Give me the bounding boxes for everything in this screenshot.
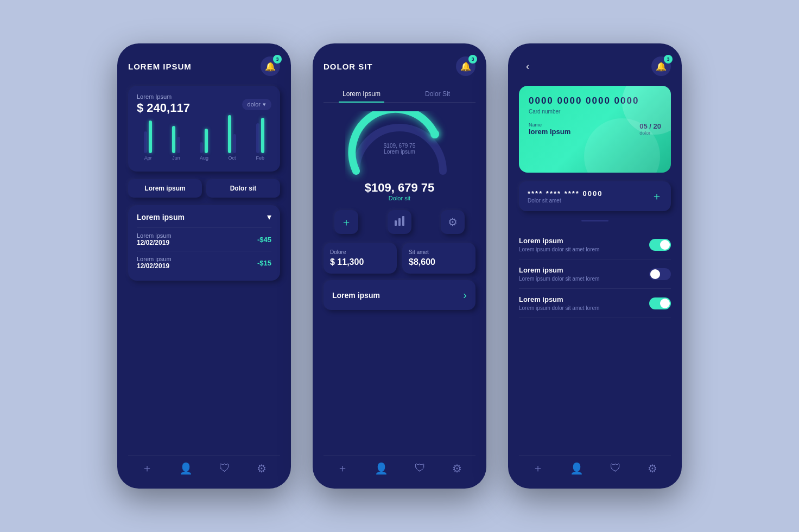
svg-point-0 <box>430 130 439 138</box>
phone1-bell-button[interactable]: 🔔 3 <box>261 56 280 76</box>
stats-row: Dolore $ 11,300 Sit amet $8,600 <box>324 243 475 274</box>
chart-gauge-button[interactable] <box>388 210 411 234</box>
phone1-header: LOREM IPSUM 🔔 3 <box>128 56 280 76</box>
chart-label-jun: Jun <box>172 155 180 161</box>
accordion-header[interactable]: Lorem ipsum ▾ <box>137 212 271 222</box>
bar <box>233 134 236 153</box>
tx-date-2: 12/02/2019 <box>137 262 172 270</box>
shield-nav-icon[interactable]: 🛡 <box>415 462 426 474</box>
setting-row-3: Lorem ipsum Lorem ipsum dolor sit amet l… <box>519 295 671 311</box>
back-button[interactable]: ‹ <box>519 58 536 75</box>
bar <box>205 129 208 153</box>
shield-nav-icon[interactable]: 🛡 <box>610 462 621 474</box>
stat1-label: Dolore <box>330 249 390 255</box>
svg-rect-1 <box>395 220 397 226</box>
phone2-title: DOLOR SIT <box>324 62 373 71</box>
phone-3: ‹ 🔔 3 0000 0000 0000 0000 Card number Na… <box>508 43 682 489</box>
gauge-inner-amount: $109, 679 75 <box>384 143 415 149</box>
tx-row-2: Lorem ipsum 12/02/2019 -$15 <box>137 256 271 270</box>
chevron-down-icon: ▾ <box>267 212 271 222</box>
chart-label-aug: Aug <box>200 155 208 161</box>
setting-desc-1: Lorem ipsum dolor sit amet lorem <box>519 246 599 252</box>
user-nav-icon[interactable]: 👤 <box>179 462 193 475</box>
masked-sublabel: Dolor sit amet <box>528 198 603 204</box>
gauge-bottom-text: $109, 679 75 Dolor sit <box>365 181 434 201</box>
chevron-down-icon: ▾ <box>263 101 266 108</box>
svg-rect-2 <box>398 218 401 226</box>
phone3-badge: 3 <box>664 55 673 64</box>
transaction-item-2: Lorem ipsum 12/02/2019 -$15 <box>137 251 271 274</box>
plus-nav-icon[interactable]: ＋ <box>532 461 543 476</box>
card-name-value: lorem ipsum <box>529 128 570 136</box>
card-name-label: Name <box>529 122 570 128</box>
toggle-3[interactable] <box>649 297 671 309</box>
add-gauge-button[interactable]: ＋ <box>334 210 358 234</box>
chart-label-apr: Apr <box>144 155 152 161</box>
chart-icon <box>394 215 405 230</box>
bell-icon: 🔔 <box>656 61 667 72</box>
user-nav-icon[interactable]: 👤 <box>375 462 388 475</box>
add-card-info: **** **** **** 0000 Dolor sit amet <box>528 189 603 204</box>
balance-row: Lorem Ipsum $ 240,117 dolor ▾ <box>137 93 271 115</box>
card-name-field: Name lorem ipsum <box>529 122 570 136</box>
chart-label-oct: Oct <box>229 155 236 161</box>
toggle-knob-2 <box>650 269 660 279</box>
bar-group-jun <box>172 126 180 153</box>
bar-group-aug <box>200 129 208 153</box>
tab-dolor-sit[interactable]: Dolor sit <box>206 179 280 198</box>
chart-col-jun: Jun <box>165 126 188 161</box>
setting-row-1: Lorem ipsum Lorem ipsum dolor sit amet l… <box>519 237 671 252</box>
setting-text-1: Lorem ipsum Lorem ipsum dolor sit amet l… <box>519 237 599 252</box>
bar-group-apr <box>144 121 152 153</box>
phone1-title: LOREM IPSUM <box>128 62 192 71</box>
chart-col-oct: Oct <box>221 115 244 161</box>
cta-text: Lorem ipsum <box>332 291 380 300</box>
tab-nav-dolor-sit[interactable]: Dolor Sit <box>400 86 475 102</box>
chart-col-aug: Aug <box>193 129 215 161</box>
card-expiry-value: 05 / 20 <box>639 122 661 130</box>
setting-text-3: Lorem ipsum Lorem ipsum dolor sit amet l… <box>519 295 599 311</box>
gauge-container: $109, 679 75 Lorem ipsum $109, 679 75 Do… <box>324 111 475 201</box>
bar <box>177 137 180 153</box>
gear-nav-icon[interactable]: ⚙ <box>257 462 267 475</box>
shield-nav-icon[interactable]: 🛡 <box>219 462 230 474</box>
phone2-bottom-nav: ＋ 👤 🛡 ⚙ <box>324 455 475 476</box>
user-nav-icon[interactable]: 👤 <box>570 462 584 475</box>
tx-amount-1: -$45 <box>257 236 271 244</box>
plus-nav-icon[interactable]: ＋ <box>337 461 348 476</box>
phone1-bottom-nav: ＋ 👤 🛡 ⚙ <box>128 455 280 476</box>
settings-gauge-button[interactable]: ⚙ <box>441 210 465 234</box>
tab-lorem-ipsum[interactable]: Lorem ipsum <box>128 179 202 198</box>
gauge-svg-wrap: $109, 679 75 Lorem ipsum <box>345 111 454 176</box>
add-card-row: **** **** **** 0000 Dolor sit amet ＋ <box>519 181 671 211</box>
dropdown-pill[interactable]: dolor ▾ <box>242 99 271 110</box>
tx-amount-2: -$15 <box>257 259 271 267</box>
setting-title-3: Lorem ipsum <box>519 295 599 303</box>
stat1-value: $ 11,300 <box>330 257 390 267</box>
tab-nav-lorem-ipsum[interactable]: Lorem Ipsum <box>324 86 400 102</box>
card-bottom: Name lorem ipsum 05 / 20 dolor <box>529 122 661 136</box>
bar <box>228 115 231 153</box>
bar-group-oct <box>228 115 236 153</box>
transaction-item-1: Lorem ipsum 12/02/2019 -$45 <box>137 227 271 251</box>
tx-label-1: Lorem ipsum <box>137 232 172 239</box>
toggle-2[interactable] <box>649 268 671 280</box>
plus-nav-icon[interactable]: ＋ <box>142 461 153 476</box>
phone2-bell-button[interactable]: 🔔 3 <box>456 56 475 76</box>
phone3-header: ‹ 🔔 3 <box>519 56 671 76</box>
settings-list: Lorem ipsum Lorem ipsum dolor sit amet l… <box>519 230 671 318</box>
balance-label: Lorem Ipsum <box>137 93 190 100</box>
phone3-bell-button[interactable]: 🔔 3 <box>651 56 671 76</box>
toggle-1[interactable] <box>649 239 671 251</box>
setting-text-2: Lorem ipsum Lorem ipsum dolor sit amet l… <box>519 266 599 282</box>
gear-nav-icon[interactable]: ⚙ <box>452 462 462 475</box>
chart-col-apr: Apr <box>137 121 160 161</box>
cta-card[interactable]: Lorem ipsum › <box>324 280 475 310</box>
add-card-icon[interactable]: ＋ <box>651 189 662 204</box>
setting-desc-3: Lorem ipsum dolor sit amet lorem <box>519 305 599 311</box>
card-expiry-field: 05 / 20 dolor <box>639 122 661 136</box>
chart-area: Apr Jun Aug Oc <box>137 115 271 164</box>
setting-title-2: Lorem ipsum <box>519 266 599 274</box>
gauge-big-amount: $109, 679 75 <box>365 181 434 195</box>
gear-nav-icon[interactable]: ⚙ <box>648 462 657 475</box>
